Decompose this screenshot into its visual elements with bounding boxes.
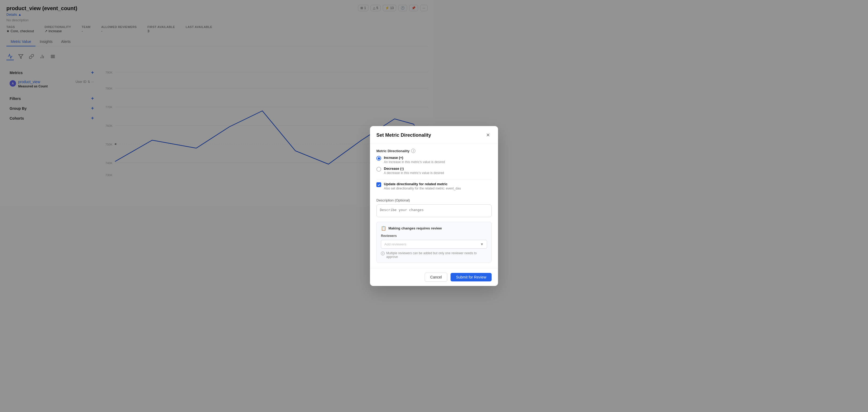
increase-radio[interactable] xyxy=(376,156,381,161)
directionality-info-icon[interactable]: i xyxy=(411,149,415,153)
modal-body: Metric Directionality i Increase (+) An … xyxy=(370,143,434,206)
update-related-checkbox-row: Update directionality for related metric… xyxy=(376,179,434,193)
modal: Set Metric Directionality ✕ Metric Direc… xyxy=(370,126,434,206)
decrease-radio[interactable] xyxy=(376,167,381,172)
directionality-field-label: Metric Directionality i xyxy=(376,149,434,153)
modal-title: Set Metric Directionality xyxy=(376,132,431,138)
description-input[interactable] xyxy=(376,204,434,206)
update-related-checkbox[interactable] xyxy=(376,182,381,187)
radio-group: Increase (+) An increase in this metric'… xyxy=(376,156,434,175)
description-label: Description (Optional) xyxy=(376,198,434,202)
increase-option[interactable]: Increase (+) An increase in this metric'… xyxy=(376,156,434,164)
modal-header: Set Metric Directionality ✕ xyxy=(370,126,434,143)
decrease-option[interactable]: Decrease (-) A decrease in this metric's… xyxy=(376,167,434,175)
modal-overlay: Set Metric Directionality ✕ Metric Direc… xyxy=(0,0,434,206)
